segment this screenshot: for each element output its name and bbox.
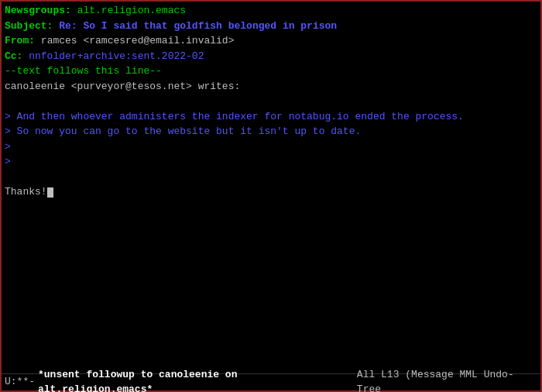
newsgroups-label: Newsgroups: [5,5,71,16]
separator-line: --text follows this line-- [5,64,537,79]
quote-line-3: > [5,139,537,155]
blank-line-1 [5,94,537,109]
status-position: All L13 (Message MML Undo-Tree [357,368,537,392]
newsgroups-value: alt.religion.emacs [77,5,186,16]
text-cursor [47,187,53,198]
status-pos-text: All L13 [357,369,400,380]
subject-line: Subject: Re: So I said that goldfish bel… [5,19,537,34]
status-mode: U:**- [5,375,35,389]
main-content[interactable]: Newsgroups: alt.religion.emacs Subject: … [2,2,540,373]
from-line: From: ramces <ramcesred@email.invalid> [5,33,537,49]
subject-label: Subject: [5,20,53,32]
writer-line: canoleenie <purveyor@tesos.net> writes: [5,79,537,95]
status-bar: U:**- *unsent followup to canoleenie on … [2,373,540,390]
quote-line-2: > So now you can go to the website but i… [5,124,537,139]
cc-value: nnfolder+archive:sent.2022-02 [29,50,204,62]
newsgroups-line: Newsgroups: alt.religion.emacs [5,3,537,19]
thanks-line: Thanks! [5,184,537,200]
from-value: ramces <ramcesred@email.invalid> [41,35,235,46]
from-label: From: [5,35,35,46]
cc-line: Cc: nnfolder+archive:sent.2022-02 [5,49,537,64]
quote-line-1: > And then whoever administers the index… [5,109,537,125]
thanks-text: Thanks! [5,186,47,198]
quote-line-4: > [5,154,537,170]
app-container: Newsgroups: alt.religion.emacs Subject: … [0,0,542,392]
blank-line-2 [5,170,537,185]
subject-value: Re: So I said that goldfish belonged in … [59,20,337,32]
status-filename: *unsent followup to canoleenie on alt.re… [38,368,357,392]
cc-label: Cc: [5,50,22,62]
